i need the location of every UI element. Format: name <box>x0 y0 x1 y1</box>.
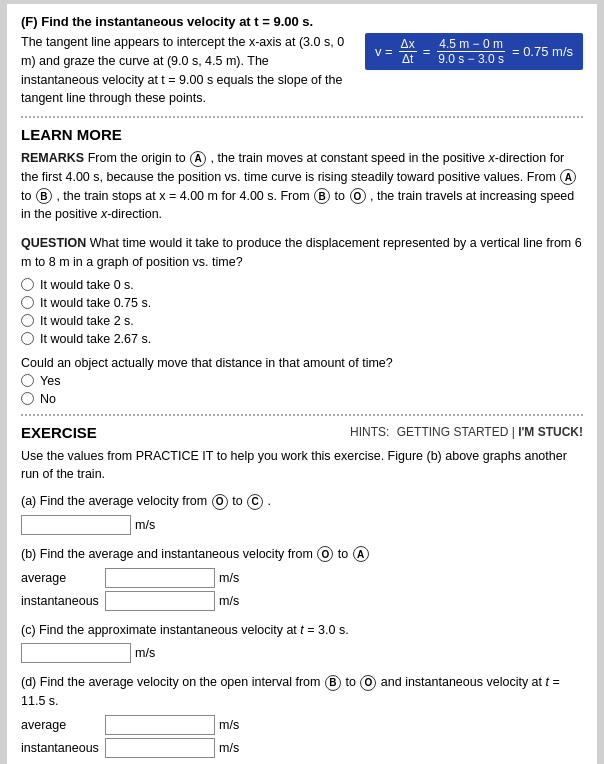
remarks-label: REMARKS <box>21 151 84 165</box>
part-d-inst-input[interactable] <box>105 738 215 758</box>
followup-text: Could an object actually move that dista… <box>21 356 583 370</box>
exercise-part-b: (b) Find the average and instantaneous v… <box>21 545 583 611</box>
part-a-input[interactable] <box>21 515 131 535</box>
circle-o-a: O <box>212 494 228 510</box>
section-f-body: The tangent line appears to intercept th… <box>21 33 349 108</box>
im-stuck-link[interactable]: I'M STUCK! <box>518 425 583 439</box>
part-d-inst-unit: m/s <box>219 741 239 755</box>
option-yes[interactable]: Yes <box>21 374 583 388</box>
v-label: v = <box>375 44 393 59</box>
section-f: (F) Find the instantaneous velocity at t… <box>21 14 583 108</box>
radio-2s[interactable] <box>21 314 34 327</box>
equals-sign: = <box>423 44 431 59</box>
circle-o-d: O <box>360 675 376 691</box>
part-a-label: (a) Find the average velocity from O to … <box>21 492 583 511</box>
question-section: QUESTION What time would it take to prod… <box>21 234 583 346</box>
hints-label: HINTS: <box>350 425 389 439</box>
option-0s-label: It would take 0 s. <box>40 278 134 292</box>
part-a-period: . <box>268 494 271 508</box>
option-2s[interactable]: It would take 2 s. <box>21 314 583 328</box>
part-b-avg-input[interactable] <box>105 568 215 588</box>
part-a-unit: m/s <box>135 518 155 532</box>
circle-o-b: O <box>317 546 333 562</box>
numerator: 4.5 m − 0 m <box>437 37 505 52</box>
section-f-header: (F) Find the instantaneous velocity at t… <box>21 14 583 29</box>
remarks-text-1: From the origin to <box>88 151 189 165</box>
part-c-input[interactable] <box>21 643 131 663</box>
circle-b-d: B <box>325 675 341 691</box>
getting-started-link[interactable]: GETTING STARTED <box>397 425 509 439</box>
part-d-avg-input[interactable] <box>105 715 215 735</box>
radio-267s[interactable] <box>21 332 34 345</box>
part-b-inst-label: instantaneous <box>21 594 101 608</box>
radio-0s[interactable] <box>21 278 34 291</box>
part-b-label: (b) Find the average and instantaneous v… <box>21 545 583 564</box>
radio-yes[interactable] <box>21 374 34 387</box>
circle-b-2: B <box>314 188 330 204</box>
part-b-avg-unit: m/s <box>219 571 239 585</box>
part-d-avg-label: average <box>21 718 101 732</box>
option-no-label: No <box>40 392 56 406</box>
radio-075s[interactable] <box>21 296 34 309</box>
part-d-text1: (d) Find the average velocity on the ope… <box>21 675 324 689</box>
part-b-avg-row: average m/s <box>21 568 583 588</box>
page: (F) Find the instantaneous velocity at t… <box>7 4 597 764</box>
option-267s-label: It would take 2.67 s. <box>40 332 151 346</box>
circle-b-1: B <box>36 188 52 204</box>
part-b-text: (b) Find the average and instantaneous v… <box>21 547 316 561</box>
circle-c-a: C <box>247 494 263 510</box>
option-267s[interactable]: It would take 2.67 s. <box>21 332 583 346</box>
remarks-text-3: to <box>21 189 35 203</box>
part-b-inst-input[interactable] <box>105 591 215 611</box>
part-c-label: (c) Find the approximate instantaneous v… <box>21 621 583 640</box>
delta-fraction: Δx Δt <box>399 37 417 66</box>
remarks-text-5: to <box>335 189 349 203</box>
part-d-avg-unit: m/s <box>219 718 239 732</box>
delta-x: Δx <box>399 37 417 52</box>
exercise-title: EXERCISE <box>21 424 97 441</box>
option-no[interactable]: No <box>21 392 583 406</box>
circle-a-2: A <box>560 169 576 185</box>
part-d-label: (d) Find the average velocity on the ope… <box>21 673 583 711</box>
option-075s-label: It would take 0.75 s. <box>40 296 151 310</box>
part-c-input-row: m/s <box>21 643 583 663</box>
part-b-inst-unit: m/s <box>219 594 239 608</box>
part-b-inst-row: instantaneous m/s <box>21 591 583 611</box>
option-yes-label: Yes <box>40 374 60 388</box>
remarks-text-4: , the train stops at x = 4.00 m for 4.00… <box>56 189 313 203</box>
exercise-desc: Use the values from PRACTICE IT to help … <box>21 447 583 485</box>
part-d-to: to <box>345 675 359 689</box>
circle-o-1: O <box>350 188 366 204</box>
exercise-part-a: (a) Find the average velocity from O to … <box>21 492 583 535</box>
delta-t: Δt <box>400 52 415 66</box>
question-label: QUESTION <box>21 236 86 250</box>
part-b-to: to <box>338 547 352 561</box>
option-2s-label: It would take 2 s. <box>40 314 134 328</box>
denominator: 9.0 s − 3.0 s <box>436 52 506 66</box>
hints: HINTS: GETTING STARTED | I'M STUCK! <box>350 425 583 439</box>
option-075s[interactable]: It would take 0.75 s. <box>21 296 583 310</box>
exercise-part-d: (d) Find the average velocity on the ope… <box>21 673 583 758</box>
exercise-header: EXERCISE HINTS: GETTING STARTED | I'M ST… <box>21 424 583 441</box>
divider-2 <box>21 414 583 416</box>
divider-1 <box>21 116 583 118</box>
option-0s[interactable]: It would take 0 s. <box>21 278 583 292</box>
question-text: QUESTION What time would it take to prod… <box>21 234 583 272</box>
part-d-inst-label: instantaneous <box>21 741 101 755</box>
part-a-to: to <box>232 494 246 508</box>
part-c-text: (c) Find the approximate instantaneous v… <box>21 623 349 637</box>
learn-more-header: LEARN MORE <box>21 126 583 143</box>
exercise-part-c: (c) Find the approximate instantaneous v… <box>21 621 583 664</box>
equation-box: v = Δx Δt = 4.5 m − 0 m 9.0 s − 3.0 s = … <box>365 33 583 70</box>
question-body: What time would it take to produce the d… <box>21 236 582 269</box>
part-c-unit: m/s <box>135 646 155 660</box>
part-d-inst-row: instantaneous m/s <box>21 738 583 758</box>
part-d-avg-row: average m/s <box>21 715 583 735</box>
circle-a-1: A <box>190 151 206 167</box>
part-b-avg-label: average <box>21 571 101 585</box>
value-fraction: 4.5 m − 0 m 9.0 s − 3.0 s <box>436 37 506 66</box>
part-a-text: (a) Find the average velocity from <box>21 494 211 508</box>
part-a-input-row: m/s <box>21 515 583 535</box>
radio-no[interactable] <box>21 392 34 405</box>
remarks-section: REMARKS From the origin to A , the train… <box>21 149 583 224</box>
